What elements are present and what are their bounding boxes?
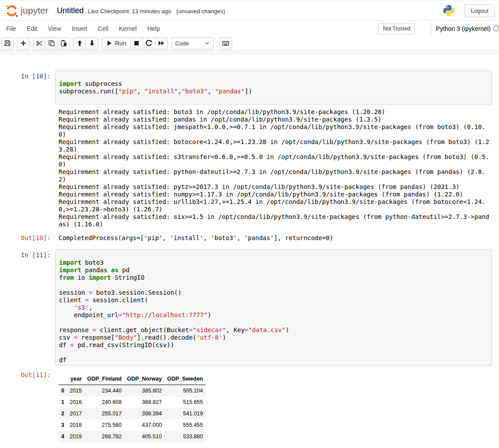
logout-button[interactable]: Logout [465,4,495,17]
code-cell: In [11]: import boto3import pandas as pd… [0,249,499,442]
plus-icon [20,40,27,47]
cell-type-select[interactable]: Code [171,37,214,49]
table-row: 02015234.440385.802505.104 [59,385,206,397]
kernel-divider [431,22,431,35]
input-prompt: In [10]: [0,70,55,104]
arrow-up-icon [76,40,83,47]
menu-edit[interactable]: Edit [27,25,37,32]
menu-file[interactable]: File [6,25,16,32]
table-row: 32018275.580437.000555.455 [59,419,206,431]
dataframe-table: yearGDP_FinlandGDP_NorwayGDP_Sweden02015… [59,373,206,442]
paste-icon [60,40,67,47]
menu-kernel[interactable]: Kernel [119,25,137,32]
table-row: 12016240.608368.827515.655 [59,396,206,408]
code-input-area[interactable]: import boto3import pandas as pdfrom io i… [55,249,492,366]
checkpoint-status: Last Checkpoint: 13 minutes ago [88,8,171,15]
toolbar: Run Code [0,36,499,51]
code-input-area[interactable]: import subprocesssubprocess.run(["pip", … [55,70,492,104]
copy-icon [48,40,55,47]
stop-icon [133,40,140,47]
restart-run-all-button[interactable] [155,37,168,49]
menu-bar: FileEditViewInsertCellKernelHelp Not Tru… [0,20,499,36]
execute-result: CompletedProcess(args=['pip', 'install',… [55,234,492,242]
menu-insert[interactable]: Insert [72,25,87,32]
jupyter-logo[interactable]: jupyter [4,4,48,18]
save-button[interactable] [1,37,14,49]
move-up-button[interactable] [74,37,86,49]
chevron-down-icon [204,41,210,46]
fast-forward-icon [158,40,165,47]
code-cell: In [10]: import subprocesssubprocess.run… [0,70,499,242]
keyboard-shortcuts-button[interactable] [220,37,232,49]
jupyter-logo-icon [4,4,19,18]
notebook-area: In [10]: import subprocesssubprocess.run… [0,54,499,442]
input-prompt: In [11]: [0,249,55,366]
menu-cell[interactable]: Cell [98,25,108,32]
stream-output: Requirement already satisfied: boto3 in … [55,108,492,228]
menu-help[interactable]: Help [147,25,160,32]
site-background-strip [0,51,499,54]
header-bar: jupyter Untitled Last Checkpoint: 13 min… [0,1,499,20]
table-row: 22017255.017398.394541.019 [59,408,206,419]
jupyter-wordmark: jupyter [21,5,48,16]
dataframe-output: yearGDP_FinlandGDP_NorwayGDP_Sweden02015… [55,369,492,442]
kernel-name: Python 3 (ipykernel) [436,25,491,32]
interrupt-kernel-button[interactable] [131,37,143,49]
output-prompt: Out[10]: [0,234,55,242]
move-down-button[interactable] [86,37,98,49]
restart-icon [145,40,152,47]
paste-button[interactable] [58,37,70,49]
run-button[interactable]: Run [102,37,131,49]
cut-icon [36,40,43,47]
kernel-idle-icon [493,26,499,31]
restart-kernel-button[interactable] [143,37,155,49]
add-cell-button[interactable] [17,37,30,49]
menu-view[interactable]: View [48,25,61,32]
table-row: 42019268.782405.510533.880 [59,431,206,442]
notebook-title[interactable]: Untitled [57,6,84,15]
run-icon [106,40,112,46]
arrow-down-icon [89,40,96,47]
cut-button[interactable] [33,37,45,49]
save-icon [4,40,11,47]
output-prompt: Out[11]: [0,369,55,442]
unsaved-changes: (unsaved changes) [176,8,225,15]
keyboard-icon [222,40,229,47]
copy-button[interactable] [45,37,58,49]
not-trusted-badge[interactable]: Not Trusted [378,23,414,34]
python-logo-icon [443,4,455,17]
